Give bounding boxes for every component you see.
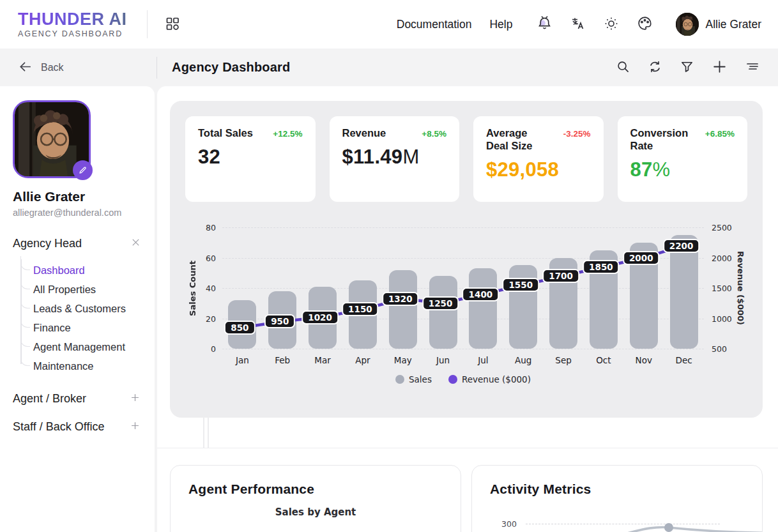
left-axis-title: Sales Count <box>185 227 199 349</box>
profile-photo[interactable] <box>13 100 91 178</box>
left-axis-tick: 20 <box>206 314 216 323</box>
apps-grid-button[interactable] <box>165 16 180 33</box>
back-arrow-icon <box>18 59 33 76</box>
main-content: Total Sales+12.5%32Revenue+8.5%$11.49MAv… <box>157 86 778 532</box>
edit-avatar-button[interactable] <box>73 160 93 180</box>
palette-icon <box>637 15 653 33</box>
month-label: Nov <box>623 355 664 365</box>
right-axis-tick: 2500 <box>712 223 732 232</box>
stat-value: $29,058 <box>486 158 591 181</box>
close-icon[interactable] <box>131 238 141 250</box>
sidebar-section-staff-back-office[interactable]: Staff / Back Office <box>13 420 155 434</box>
sidebar-section-agent-broker[interactable]: Agent / Broker <box>13 392 155 406</box>
menu-button[interactable] <box>745 59 760 76</box>
section-divider <box>157 448 778 448</box>
section-label: Agency Head <box>13 237 82 250</box>
stat-value: 87% <box>630 158 735 181</box>
stat-title: Total Sales <box>198 127 253 140</box>
apps-grid-icon <box>165 16 180 33</box>
revenue-point-label-may: 1320 <box>382 292 419 306</box>
revenue-point-label-mar: 1020 <box>301 310 339 324</box>
nav-help[interactable]: Help <box>489 18 512 31</box>
agent-performance-title: Agent Performance <box>188 482 443 497</box>
month-label: Jun <box>423 355 463 365</box>
filter-button[interactable] <box>680 59 694 76</box>
brand-subtitle: AGENCY DASHBOARD <box>18 30 127 38</box>
month-label: Jan <box>222 355 263 365</box>
toolbar-divider <box>156 57 157 79</box>
month-label: Aug <box>503 355 544 365</box>
stat-card-average-deal-size: Average Deal Size-3.25%$29,058 <box>473 116 604 202</box>
main-chart-plot: 8509501020115013201250140015501700185020… <box>222 227 704 349</box>
plus-icon[interactable] <box>130 392 141 406</box>
revenue-point-label-sep: 1700 <box>542 269 579 283</box>
revenue-point-label-jan: 850 <box>224 321 255 335</box>
sidebar: Allie Grater alliegrater@thunderal.com A… <box>0 86 155 532</box>
activity-axis-tick: 300 <box>501 519 517 529</box>
revenue-point-label-aug: 1550 <box>502 278 539 292</box>
section-label: Agent / Broker <box>13 392 86 406</box>
header-divider <box>147 10 148 38</box>
activity-metrics-card: Activity Metrics 300 <box>471 465 763 532</box>
divider-artifact <box>208 418 209 448</box>
search-button[interactable] <box>616 59 630 76</box>
add-button[interactable] <box>712 59 728 77</box>
right-axis-tick: 500 <box>712 344 727 354</box>
back-button[interactable] <box>18 59 33 76</box>
stat-card-conversion-rate: Conversion Rate+6.85%87% <box>618 116 748 202</box>
sidebar-section-agency-head[interactable]: Agency Head <box>13 237 155 250</box>
brightness-icon <box>604 16 619 33</box>
gridline <box>222 349 704 349</box>
revenue-point-label-jun: 1250 <box>422 296 459 310</box>
back-label[interactable]: Back <box>41 62 64 73</box>
stat-delta: -3.25% <box>563 129 591 139</box>
revenue-point-label-jul: 1400 <box>462 287 500 301</box>
revenue-point-label-dec: 2200 <box>663 239 700 253</box>
search-icon <box>616 59 630 76</box>
avatar <box>676 13 699 36</box>
brand-logo: THUNDER AI AGENCY DASHBOARD <box>18 10 127 38</box>
pencil-icon <box>78 165 88 175</box>
activity-line-preview <box>607 523 763 532</box>
user-menu[interactable]: Allie Grater <box>676 13 761 36</box>
stat-card-total-sales: Total Sales+12.5%32 <box>185 116 316 202</box>
legend-dot <box>395 375 404 384</box>
stat-title: Revenue <box>342 127 386 140</box>
agent-performance-card: Agent Performance Sales by Agent <box>170 465 461 532</box>
left-axis-tick: 0 <box>211 344 216 354</box>
app-header: THUNDER AI AGENCY DASHBOARD Documentatio… <box>0 0 778 49</box>
stat-title: Conversion Rate <box>630 127 695 153</box>
sidebar-item-leads-customers[interactable]: Leads & Customers <box>33 299 155 318</box>
right-axis-tick: 2000 <box>712 253 732 262</box>
sidebar-item-all-properties[interactable]: All Properties <box>33 280 155 299</box>
sidebar-item-finance[interactable]: Finance <box>33 318 155 337</box>
legend-label: Revenue ($000) <box>462 374 531 384</box>
legend-item-sales[interactable]: Sales <box>395 374 432 384</box>
profile-name: Allie Grater <box>13 189 155 204</box>
brand-title: THUNDER AI <box>18 10 127 28</box>
sidebar-menu: DashboardAll PropertiesLeads & Customers… <box>20 261 155 376</box>
stat-delta: +6.85% <box>705 129 735 139</box>
sales-revenue-chart: Sales Count 020406080 850950102011501320… <box>185 227 747 384</box>
legend-label: Sales <box>409 374 432 384</box>
right-axis-title: Revenue ($000) <box>733 227 747 349</box>
overview-card: Total Sales+12.5%32Revenue+8.5%$11.49MAv… <box>170 101 763 418</box>
revenue-point-label-feb: 950 <box>264 314 295 328</box>
theme-palette-button[interactable] <box>637 15 653 33</box>
profile-email: alliegrater@thunderal.com <box>13 208 155 218</box>
chart-legend: SalesRevenue ($000) <box>222 374 704 384</box>
stat-title: Average Deal Size <box>486 127 551 153</box>
right-axis-ticks: 5001000150020002500 <box>704 227 733 349</box>
language-button[interactable] <box>570 16 586 33</box>
theme-brightness-button[interactable] <box>604 16 619 33</box>
sidebar-item-agent-management[interactable]: Agent Management <box>33 337 155 356</box>
nav-documentation[interactable]: Documentation <box>397 18 472 31</box>
refresh-button[interactable] <box>648 59 662 76</box>
plus-icon[interactable] <box>130 420 141 434</box>
month-label: Apr <box>342 355 383 365</box>
sidebar-item-maintenance[interactable]: Maintenance <box>33 356 155 376</box>
left-axis-tick: 60 <box>206 253 216 262</box>
notifications-button[interactable] <box>537 15 553 33</box>
sidebar-item-dashboard[interactable]: Dashboard <box>33 261 155 280</box>
legend-item-revenue-000[interactable]: Revenue ($000) <box>448 374 531 384</box>
